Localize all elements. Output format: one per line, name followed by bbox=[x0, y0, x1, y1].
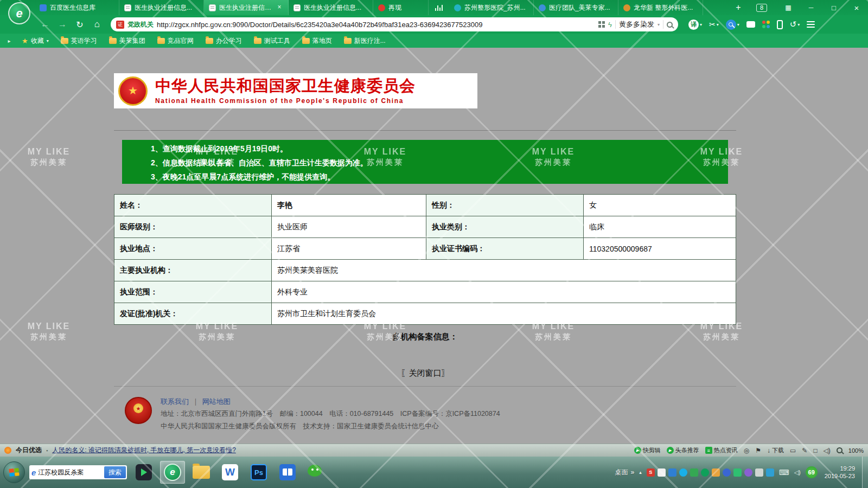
favorites-menu[interactable]: 收藏 bbox=[17, 35, 53, 47]
toutiao-recommend-tool[interactable]: 头条推荐 bbox=[667, 446, 699, 454]
wps-writer-button[interactable] bbox=[218, 461, 242, 484]
tab-doctor-registration-1[interactable]: 医生执业注册信息... bbox=[119, 0, 204, 15]
messages-button[interactable] bbox=[744, 17, 758, 32]
search-suggestion-text[interactable]: 黄多多染发 bbox=[619, 20, 654, 29]
edit-icon[interactable] bbox=[802, 447, 807, 454]
tab-doctor-registration-2[interactable]: 医生执业注册信息... bbox=[289, 0, 373, 15]
tab-list-icon[interactable] bbox=[777, 0, 800, 15]
sitemap-link[interactable]: 网站地图 bbox=[202, 397, 231, 406]
media-app-button[interactable] bbox=[131, 461, 156, 484]
find-button[interactable] bbox=[723, 17, 742, 32]
tab-medical-team-meilai[interactable]: 医疗团队_美莱专家... bbox=[534, 0, 618, 15]
folder-icon bbox=[302, 38, 310, 44]
chevron-down-icon[interactable] bbox=[658, 22, 660, 27]
daily-picks-label[interactable]: 今日优选 bbox=[16, 446, 42, 455]
ad-block-icon[interactable] bbox=[744, 447, 749, 454]
taskbar-search-button[interactable]: 搜索 bbox=[104, 466, 126, 478]
desktop-toolbar[interactable]: 桌面 » bbox=[615, 468, 635, 477]
hot-news-tool[interactable]: 热点资讯 bbox=[705, 446, 738, 454]
tab-close-icon[interactable] bbox=[276, 4, 283, 11]
bookmark-folder-new-medical[interactable]: 新医疗注... bbox=[340, 35, 390, 47]
chevron-down-icon bbox=[737, 22, 739, 27]
photoshop-button[interactable] bbox=[246, 461, 271, 484]
tray-icon-7[interactable] bbox=[712, 468, 720, 477]
tab-longhua-plastic-surgery[interactable]: 龙华新 整形外科医... bbox=[618, 0, 703, 15]
tray-expand-icon[interactable] bbox=[639, 470, 642, 475]
download-manager[interactable]: 下载 bbox=[767, 446, 784, 454]
sidebar-toggle-icon[interactable] bbox=[4, 38, 14, 44]
url-text[interactable]: http://zgcx.nhfpc.gov.cn:9090/Doctor/Det… bbox=[157, 21, 595, 29]
bookmark-folder-competitors[interactable]: 竞品官网 bbox=[153, 35, 198, 47]
zoom-search-icon[interactable] bbox=[837, 447, 843, 453]
document-favicon bbox=[209, 4, 216, 11]
mobile-sync-button[interactable] bbox=[774, 17, 786, 32]
screenshot-button[interactable] bbox=[706, 17, 722, 32]
browser-app-button[interactable] bbox=[160, 461, 185, 484]
tray-icon-10[interactable] bbox=[744, 468, 752, 477]
apps-button[interactable] bbox=[760, 17, 773, 32]
tray-icon-4[interactable] bbox=[679, 468, 687, 477]
close-window-link[interactable]: 〖关闭窗口〗 bbox=[114, 368, 736, 378]
keyboard-tray-icon[interactable] bbox=[779, 468, 789, 477]
news-ticker-link[interactable]: 人民的名义: 谁记得陈清泉被抓时, 手放在哪儿, 第一次竟没看懂? bbox=[52, 446, 236, 455]
pin-icon[interactable] bbox=[755, 447, 761, 454]
bookmark-folder-english[interactable]: 英语学习 bbox=[56, 35, 101, 47]
pip-window-icon[interactable] bbox=[790, 447, 796, 454]
quick-clip-tool[interactable]: 快剪辑 bbox=[634, 446, 661, 454]
bookmark-folder-landing-pages[interactable]: 落地页 bbox=[298, 35, 336, 47]
chevron-down-icon bbox=[47, 38, 49, 43]
tray-icon-8[interactable] bbox=[723, 468, 731, 477]
search-icon[interactable] bbox=[667, 22, 673, 28]
pc-score-badge[interactable]: 69 bbox=[806, 466, 818, 478]
contact-us-link[interactable]: 联系我们 bbox=[161, 397, 189, 406]
tray-icon-5[interactable] bbox=[690, 468, 698, 477]
taskbar-search-input[interactable] bbox=[38, 468, 102, 476]
field-label: 执业地点： bbox=[114, 238, 272, 260]
tray-icon-12[interactable] bbox=[766, 468, 774, 477]
close-window-button[interactable] bbox=[845, 0, 868, 15]
tab-suzhou-plastic-hospital[interactable]: 苏州整形医院_苏州... bbox=[449, 0, 534, 15]
start-button[interactable] bbox=[3, 461, 25, 483]
tab-audio-playing-indicator bbox=[435, 4, 443, 11]
volume-icon[interactable] bbox=[794, 469, 801, 476]
back-button[interactable] bbox=[37, 17, 53, 32]
main-menu-button[interactable] bbox=[804, 17, 818, 32]
bookmark-folder-office[interactable]: 办公学习 bbox=[201, 35, 246, 47]
window-mode-icon[interactable] bbox=[813, 447, 817, 454]
tray-icon-9[interactable] bbox=[733, 468, 742, 477]
minimize-button[interactable] bbox=[800, 0, 822, 15]
tray-icon-11[interactable] bbox=[755, 468, 763, 477]
show-desktop-button[interactable] bbox=[862, 457, 868, 488]
history-restore-button[interactable] bbox=[787, 17, 803, 32]
refresh-button[interactable] bbox=[72, 17, 88, 32]
tray-icon-3[interactable] bbox=[668, 468, 676, 477]
browser-logo-icon[interactable] bbox=[8, 2, 30, 24]
taskbar-search-widget[interactable]: 搜索 bbox=[29, 465, 127, 479]
file-explorer-button[interactable] bbox=[189, 461, 214, 484]
home-button[interactable] bbox=[89, 17, 105, 32]
tab-count-badge[interactable]: 8 bbox=[756, 4, 767, 12]
mail-tray-icon[interactable] bbox=[658, 468, 666, 477]
qr-code-icon[interactable] bbox=[598, 21, 605, 28]
sogou-tray-icon[interactable]: S bbox=[647, 468, 655, 477]
address-bar[interactable]: 证 党政机关 http://zgcx.nhfpc.gov.cn:9090/Doc… bbox=[111, 17, 678, 31]
taskbar-clock[interactable]: 19:29 2019-05-23 bbox=[825, 465, 855, 480]
wechat-button[interactable] bbox=[304, 461, 329, 484]
security-tray-icon[interactable] bbox=[701, 468, 709, 477]
gov-seal-icon: 证 bbox=[116, 21, 124, 29]
tab-doctor-registration-active[interactable]: 医生执业注册信息... bbox=[204, 0, 289, 15]
tab-label: 医生执业注册信息... bbox=[135, 3, 199, 12]
speed-mode-icon[interactable] bbox=[608, 21, 612, 29]
forward-button[interactable] bbox=[54, 17, 71, 32]
translate-button[interactable]: 译 bbox=[686, 17, 705, 32]
maximize-button[interactable] bbox=[822, 0, 845, 15]
tab-baidu-doctor-db[interactable]: 百度医生信息库 bbox=[35, 0, 119, 15]
mute-page-icon[interactable] bbox=[824, 447, 831, 454]
bookmark-folder-test-tools[interactable]: 测试工具 bbox=[250, 35, 295, 47]
new-tab-button[interactable] bbox=[730, 3, 746, 12]
bookmark-folder-meilai-group[interactable]: 美莱集团 bbox=[105, 35, 150, 47]
table-row: 医师级别： 执业医师 执业类别： 临床 bbox=[114, 216, 736, 238]
tab-zaixian[interactable]: 再现 bbox=[373, 0, 429, 15]
dictionary-button[interactable] bbox=[275, 461, 300, 484]
zoom-level[interactable]: 100% bbox=[848, 447, 864, 454]
